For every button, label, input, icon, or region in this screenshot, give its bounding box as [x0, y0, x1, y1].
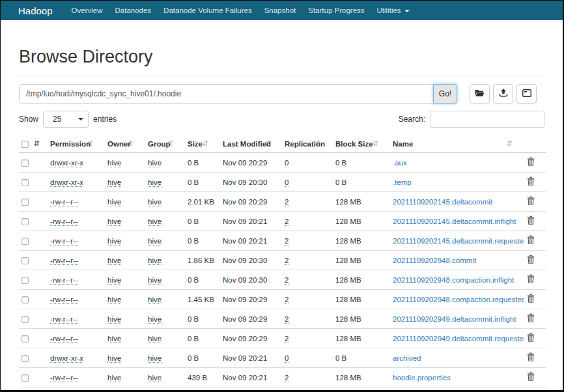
- file-name-link[interactable]: 20211109202948.compaction.requested: [393, 296, 524, 303]
- group-value[interactable]: hive: [148, 315, 162, 324]
- column-header-size[interactable]: ⇵Size: [185, 135, 220, 153]
- row-checkbox[interactable]: [21, 316, 29, 323]
- file-name-link[interactable]: 20211109202949.deltacommit.requested: [393, 335, 524, 343]
- permission-value[interactable]: drwxr-xr-x: [50, 178, 83, 187]
- file-name-link[interactable]: .temp: [393, 178, 412, 186]
- delete-button[interactable]: [527, 294, 535, 305]
- group-value[interactable]: hive: [148, 296, 162, 304]
- permission-value[interactable]: drwxr-xr-x: [50, 354, 83, 363]
- permission-value[interactable]: -rw-r--r--: [50, 296, 78, 304]
- row-checkbox[interactable]: [21, 179, 29, 186]
- replication-value[interactable]: 0: [285, 354, 289, 363]
- delete-button[interactable]: [527, 157, 535, 168]
- nav-item-utilities[interactable]: Utilities: [377, 7, 410, 14]
- replication-value[interactable]: 2: [285, 296, 289, 304]
- file-name-link[interactable]: 20211109202949.deltacommit.inflight: [393, 315, 516, 323]
- row-checkbox[interactable]: [21, 374, 29, 382]
- directory-path-input[interactable]: [19, 84, 434, 104]
- sort-icon[interactable]: ⇵: [34, 140, 40, 148]
- sort-icon[interactable]: ⇵: [507, 140, 513, 148]
- file-name-link[interactable]: 20211109202145.deltacommit.requested: [393, 237, 524, 245]
- row-checkbox[interactable]: [21, 160, 29, 167]
- group-value[interactable]: hive: [148, 335, 162, 343]
- group-value[interactable]: hive: [148, 374, 162, 382]
- permission-value[interactable]: drwxr-xr-x: [50, 159, 83, 167]
- permission-value[interactable]: -rw-r--r--: [50, 335, 78, 343]
- nav-item-startup-progress[interactable]: Startup Progress: [308, 7, 364, 14]
- delete-button[interactable]: [527, 235, 535, 246]
- group-value[interactable]: hive: [148, 354, 162, 363]
- nav-item-overview[interactable]: Overview: [72, 7, 103, 14]
- owner-value[interactable]: hive: [107, 276, 121, 285]
- row-checkbox[interactable]: [21, 277, 29, 284]
- delete-button[interactable]: [527, 352, 535, 363]
- nav-item-snapshot[interactable]: Snapshot: [264, 7, 296, 14]
- permission-value[interactable]: -rw-r--r--: [50, 374, 78, 382]
- nav-item-datanode-volume-failures[interactable]: Datanode Volume Failures: [163, 7, 252, 14]
- permission-value[interactable]: -rw-r--r--: [50, 217, 78, 226]
- nav-item-datanodes[interactable]: Datanodes: [115, 7, 151, 14]
- delete-button[interactable]: [527, 255, 535, 266]
- go-button[interactable]: Go!: [433, 84, 457, 104]
- permission-value[interactable]: -rw-r--r--: [50, 276, 78, 285]
- row-checkbox[interactable]: [21, 238, 29, 245]
- file-name-link[interactable]: hoodie.properties: [393, 374, 451, 382]
- delete-button[interactable]: [527, 274, 535, 285]
- delete-button[interactable]: [527, 216, 535, 227]
- file-name-link[interactable]: 20211109202145.deltacommit.inflight: [393, 217, 516, 225]
- file-name-link[interactable]: archived: [393, 354, 421, 362]
- select-all-checkbox[interactable]: [21, 141, 29, 148]
- group-value[interactable]: hive: [148, 159, 162, 167]
- page-size-select[interactable]: 25: [43, 111, 89, 128]
- group-value[interactable]: hive: [148, 257, 162, 265]
- column-header-permission[interactable]: ⇵Permission: [48, 135, 105, 153]
- permission-value[interactable]: -rw-r--r--: [50, 198, 78, 206]
- owner-value[interactable]: hive: [107, 335, 121, 343]
- replication-value[interactable]: 2: [285, 374, 289, 382]
- replication-value[interactable]: 2: [285, 276, 289, 285]
- owner-value[interactable]: hive: [107, 374, 121, 382]
- delete-button[interactable]: [527, 372, 535, 383]
- permission-value[interactable]: -rw-r--r--: [50, 237, 78, 245]
- group-value[interactable]: hive: [148, 178, 162, 187]
- row-checkbox[interactable]: [21, 335, 29, 343]
- open-file-path-button[interactable]: [470, 84, 490, 104]
- delete-button[interactable]: [527, 176, 535, 188]
- replication-value[interactable]: 2: [285, 217, 289, 226]
- permission-value[interactable]: -rw-r--r--: [50, 257, 78, 265]
- owner-value[interactable]: hive: [107, 257, 121, 265]
- row-checkbox[interactable]: [21, 199, 29, 206]
- row-checkbox[interactable]: [21, 355, 29, 362]
- column-header-last-modified[interactable]: ⇵Last Modified: [220, 135, 282, 153]
- permission-value[interactable]: -rw-r--r--: [50, 315, 78, 324]
- column-header-replication[interactable]: ⇵Replication: [282, 135, 333, 153]
- column-header-name[interactable]: ⇵Name: [390, 135, 524, 153]
- replication-value[interactable]: 2: [285, 335, 289, 343]
- owner-value[interactable]: hive: [107, 296, 121, 304]
- brand-hadoop[interactable]: Hadoop: [18, 5, 53, 16]
- replication-value[interactable]: 2: [285, 198, 289, 206]
- delete-button[interactable]: [527, 196, 535, 207]
- file-name-link[interactable]: 20211109202948.compaction.inflight: [393, 276, 514, 284]
- group-value[interactable]: hive: [148, 198, 162, 206]
- owner-value[interactable]: hive: [107, 217, 121, 226]
- owner-value[interactable]: hive: [107, 354, 121, 363]
- file-name-link[interactable]: .aux: [393, 159, 407, 167]
- owner-value[interactable]: hive: [107, 178, 121, 187]
- file-name-link[interactable]: 20211109202145.deltacommit: [393, 198, 492, 206]
- owner-value[interactable]: hive: [107, 315, 121, 324]
- replication-value[interactable]: 2: [285, 237, 289, 245]
- group-value[interactable]: hive: [148, 237, 162, 245]
- search-input[interactable]: [430, 111, 544, 128]
- sort-icon[interactable]: ⇵: [203, 140, 208, 148]
- upload-file-button[interactable]: [493, 84, 513, 104]
- replication-value[interactable]: 0: [285, 159, 289, 167]
- replication-value[interactable]: 2: [285, 315, 289, 324]
- sort-icon[interactable]: ⇵: [373, 140, 378, 148]
- delete-button[interactable]: [527, 313, 535, 324]
- row-checkbox[interactable]: [21, 296, 29, 303]
- row-checkbox[interactable]: [21, 257, 29, 264]
- delete-button[interactable]: [527, 333, 535, 344]
- create-directory-button[interactable]: [516, 84, 537, 104]
- row-checkbox[interactable]: [21, 218, 29, 225]
